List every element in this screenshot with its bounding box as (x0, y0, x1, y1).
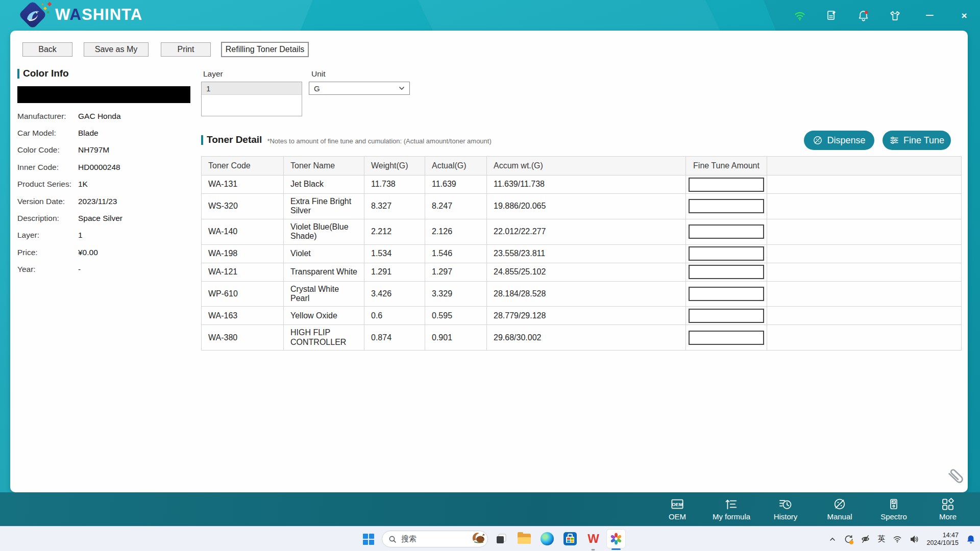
fine-tune-amount-input[interactable] (689, 265, 764, 279)
table-row: WS-320 Extra Fine Bright Silver 8.327 8.… (202, 194, 962, 219)
fine-tune-amount-input[interactable] (689, 287, 764, 301)
color-swatch (17, 86, 190, 103)
field-label: Description: (17, 214, 78, 223)
ime-language-indicator[interactable]: 英 (877, 534, 885, 544)
notification-bell-icon[interactable] (856, 9, 870, 22)
filler-cell (767, 176, 962, 194)
windows-logo-icon (363, 534, 374, 545)
layer-listbox[interactable]: 1 (201, 82, 302, 116)
weight-cell: 3.426 (364, 281, 425, 307)
accum-cell: 29.68/30.002 (487, 325, 686, 350)
dispense-button[interactable]: Dispense (804, 131, 874, 150)
col-accum: Accum wt.(G) (487, 157, 686, 176)
task-view-icon[interactable] (492, 529, 511, 548)
minimize-icon[interactable] (923, 9, 936, 22)
toner-detail-note: *Notes to amount of fine tune and cumula… (267, 135, 491, 145)
app-header: WASHINTA × (0, 0, 980, 31)
fish-logo-icon (23, 5, 43, 26)
sync-status-icon[interactable] (844, 534, 853, 544)
toner-code-cell: WA-121 (202, 263, 284, 281)
chevron-down-icon (399, 86, 405, 90)
history-icon (778, 497, 793, 511)
back-button[interactable]: Back (22, 42, 72, 57)
nav-item-oem[interactable]: OEM OEM (650, 492, 704, 526)
close-icon[interactable]: × (958, 9, 971, 22)
nav-item-more[interactable]: More (921, 492, 975, 526)
spectro-icon (887, 497, 900, 511)
tray-wifi-icon[interactable] (892, 535, 902, 544)
color-info-fields: Manufacturer: GAC Honda Car Model: Blade… (17, 108, 191, 278)
accum-cell: 19.886/20.065 (487, 194, 686, 219)
table-row: WA-131 Jet Black 11.738 11.639 11.639/11… (202, 176, 962, 194)
field-value: ¥0.00 (78, 248, 98, 257)
fine-tune-amount-input[interactable] (689, 178, 764, 192)
actual-cell: 0.595 (425, 307, 487, 325)
toner-name-cell: HIGH FLIP CONTROLLER (284, 325, 364, 350)
fine-tune-amount-input[interactable] (689, 309, 764, 323)
wps-office-icon[interactable]: W (583, 529, 603, 548)
fine-tune-amount-input[interactable] (689, 246, 764, 261)
start-button[interactable] (361, 532, 376, 546)
tray-date: 2024/10/15 (926, 539, 959, 547)
fine-tune-button[interactable]: Fine Tune (883, 131, 951, 150)
tray-clock[interactable]: 14:47 2024/10/15 (926, 532, 959, 547)
register-note-icon[interactable] (825, 9, 838, 22)
tray-notification-bell-icon[interactable] (966, 534, 976, 544)
accum-cell: 11.639/11.738 (487, 176, 686, 194)
nav-item-spectro[interactable]: Spectro (867, 492, 921, 526)
sliders-icon (889, 135, 899, 145)
logo-sparkle (47, 2, 52, 6)
layer-item-selected[interactable]: 1 (202, 82, 302, 95)
col-toner-code: Toner Code (202, 157, 284, 176)
tray-chevron-up-icon[interactable] (828, 535, 837, 543)
unit-label: Unit (311, 69, 326, 79)
taskbar-search[interactable]: 搜索 (382, 531, 488, 547)
squirrel-widget-icon (469, 528, 487, 548)
filler-cell (767, 219, 962, 244)
field-value: GAC Honda (78, 112, 121, 121)
my-formula-icon (724, 497, 739, 511)
toner-detail-heading: Toner Detail (207, 134, 262, 145)
app-logo (21, 4, 45, 27)
tshirt-icon[interactable] (888, 9, 901, 22)
filler-cell (767, 281, 962, 307)
toner-code-cell: WA-140 (202, 219, 284, 244)
tray-volume-icon[interactable] (910, 535, 919, 544)
nav-item-manual[interactable]: Manual (813, 492, 867, 526)
save-as-my-button[interactable]: Save as My (84, 42, 149, 57)
fine-tune-amount-input[interactable] (689, 224, 764, 239)
color-info-row: Product Series: 1K (17, 176, 191, 193)
toner-code-cell: WS-320 (202, 194, 284, 219)
actual-cell: 8.247 (425, 194, 487, 219)
toner-code-cell: WA-163 (202, 307, 284, 325)
search-icon (388, 535, 397, 543)
unit-dropdown[interactable]: G (309, 82, 410, 95)
color-info-section: Color Info Manufacturer: GAC Honda Car M… (17, 68, 191, 278)
col-filler (767, 157, 962, 176)
paperclip-icon (943, 463, 972, 492)
page-title[interactable]: Refilling Toner Details (221, 42, 309, 57)
col-fine-tune-amount: Fine Tune Amount (686, 157, 767, 176)
print-button[interactable]: Print (161, 42, 211, 57)
fine-tune-amount-input[interactable] (689, 199, 764, 213)
table-header-row: Toner Code Toner Name Weight(G) Actual(G… (202, 157, 962, 176)
color-info-row: Description: Space Silver (17, 210, 191, 227)
filler-cell (767, 263, 962, 281)
hidden-eye-icon[interactable] (861, 534, 870, 544)
nav-item-history[interactable]: History (758, 492, 813, 526)
actual-cell: 0.901 (425, 325, 487, 350)
microsoft-store-icon[interactable] (560, 529, 580, 548)
col-actual: Actual(G) (425, 157, 487, 176)
color-info-row: Color Code: NH797M (17, 142, 191, 159)
field-label: Color Code: (17, 145, 78, 155)
nav-item-my-formula[interactable]: My formula (704, 492, 758, 526)
file-explorer-icon[interactable] (514, 529, 534, 548)
edge-browser-icon[interactable] (537, 529, 557, 548)
field-value: Space Silver (78, 214, 122, 223)
toner-name-cell: Extra Fine Bright Silver (284, 194, 364, 219)
svg-text:OEM: OEM (672, 502, 683, 507)
filler-cell (767, 244, 962, 263)
washinta-app-icon[interactable] (606, 529, 626, 548)
weight-cell: 8.327 (364, 194, 425, 219)
fine-tune-amount-input[interactable] (689, 331, 764, 345)
